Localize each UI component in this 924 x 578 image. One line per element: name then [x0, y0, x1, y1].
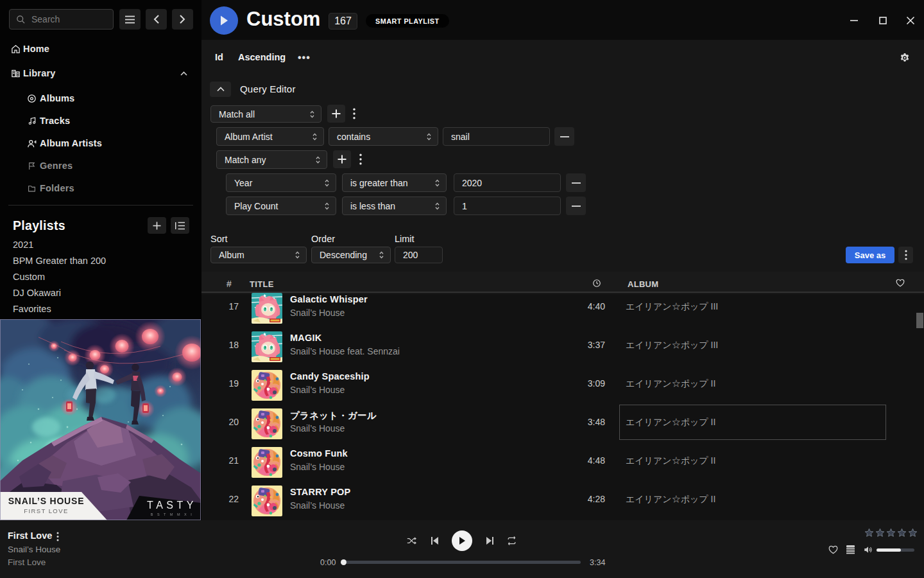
svg-text:B S T M M X I: B S T M M X I	[151, 512, 194, 516]
svg-text:TASTY: TASTY	[147, 500, 197, 511]
svg-text:FIRST LOVE: FIRST LOVE	[24, 507, 68, 514]
svg-text:SNAIL’S HOUSE: SNAIL’S HOUSE	[8, 496, 85, 506]
